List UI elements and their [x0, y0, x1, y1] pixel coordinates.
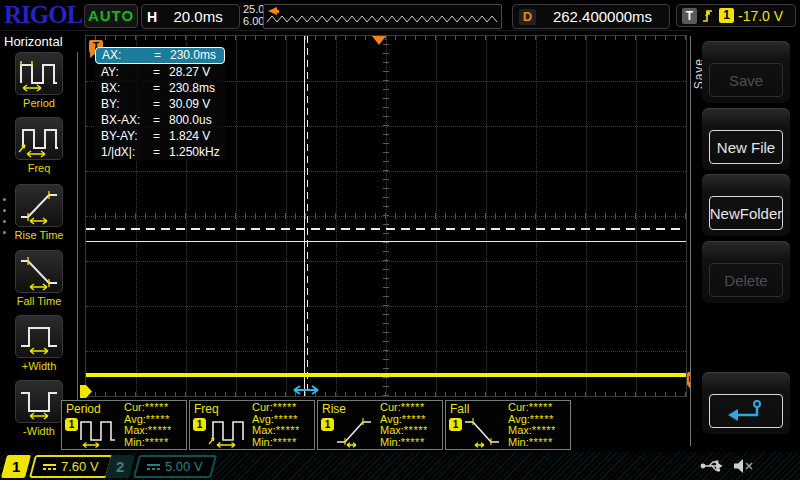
measure-item-label: +Width	[0, 360, 78, 372]
stat-box-fall: Fall 1 Cur:***** Avg:***** Max:***** Min…	[445, 400, 571, 450]
channel2-indicator[interactable]: 2 5.00 V	[108, 455, 214, 478]
cursor-readout-panel: AX: = 230.0ms AY: = 28.27 V BX: = 230.8m…	[95, 47, 225, 160]
period-stat-icon	[79, 414, 121, 448]
usb-icon	[700, 459, 726, 473]
cursor-ay-line[interactable]	[86, 241, 686, 242]
trigger-slope-icon	[701, 8, 715, 23]
preview-waveform-icon	[265, 6, 498, 28]
measure-item-label: Period	[0, 97, 78, 109]
oscilloscope-screen: RIGOL AUTO H 20.0ms 25.0MSa/s 6.00M pts …	[0, 0, 800, 480]
return-arrow-icon	[726, 399, 766, 423]
channel1-badge: 1	[1, 455, 31, 478]
channel1-ground-marker-icon[interactable]	[80, 385, 93, 398]
save-button: Save	[702, 41, 790, 103]
stat-box-freq: Freq 1 Cur:***** Avg:***** Max:***** Min…	[189, 400, 315, 450]
left-measure-menu: Horizontal Period Freq Ris	[0, 30, 80, 452]
page-indicator-dot	[3, 198, 6, 201]
channel2-scale: 5.00 V	[165, 459, 203, 474]
channel-badge: 1	[193, 418, 206, 431]
cursor-row-ax[interactable]: AX: = 230.0ms	[95, 47, 225, 64]
period-icon	[17, 55, 61, 93]
bottom-channel-bar: 1 7.60 V 2 5.00 V	[0, 452, 800, 480]
channel-badge: 1	[65, 418, 78, 431]
right-softkey-menu: Save Save New File NewFolder Delete	[690, 30, 800, 452]
measure-item-pos-width[interactable]: +Width	[0, 315, 78, 372]
dc-coupling-icon	[43, 463, 56, 471]
page-indicator-dot	[3, 231, 6, 234]
cursor-row-dy[interactable]: BY-AY: = 1.824 V	[95, 128, 225, 144]
dc-coupling-icon	[147, 463, 160, 471]
h-label: H	[147, 9, 157, 25]
cursor-row-dx[interactable]: BX-AX: = 800.0us	[95, 112, 225, 128]
trigger-source-badge: 1	[719, 8, 734, 23]
fall-stat-icon	[463, 414, 505, 448]
t-label: T	[682, 8, 697, 24]
rigol-logo: RIGOL	[4, 1, 82, 29]
speaker-muted-icon	[732, 458, 754, 474]
cursor-bx-line[interactable]	[307, 36, 308, 396]
left-menu-title: Horizontal	[4, 34, 63, 49]
freq-icon	[17, 120, 61, 158]
cursor-by-line[interactable]	[86, 228, 686, 230]
timebase-readout: H 20.0ms	[141, 4, 240, 29]
channel1-scale: 7.60 V	[61, 459, 99, 474]
waveform-preview	[263, 4, 502, 29]
cursor-row-by[interactable]: BY: = 30.09 V	[95, 96, 225, 112]
d-label: D	[519, 9, 536, 25]
delay-value: 262.400000ms	[536, 8, 669, 25]
graticule-ticks-vcenter	[383, 36, 389, 396]
trigger-position-marker-icon[interactable]	[372, 36, 386, 45]
measure-item-label: Fall Time	[0, 295, 78, 307]
timebase-value: 20.0ms	[157, 8, 239, 25]
run-status-badge: AUTO	[84, 4, 138, 28]
top-status-bar: RIGOL AUTO H 20.0ms 25.0MSa/s 6.00M pts …	[0, 0, 800, 31]
stat-box-period: Period 1 Cur:***** Avg:***** Max:***** M…	[61, 400, 187, 450]
new-folder-button[interactable]: NewFolder	[702, 174, 790, 236]
pos-width-icon	[17, 318, 61, 356]
delete-button: Delete	[702, 241, 790, 303]
channel1-waveform	[86, 373, 686, 377]
freq-stat-icon	[207, 414, 249, 448]
channel-badge: 1	[449, 418, 462, 431]
delay-readout: D 262.400000ms	[512, 4, 670, 29]
cursor-ax-line[interactable]	[304, 36, 305, 396]
new-file-button[interactable]: New File	[702, 108, 790, 170]
measure-item-rise-time[interactable]: Rise Time	[0, 184, 78, 241]
measure-item-label: Freq	[0, 162, 78, 174]
rise-stat-icon	[335, 414, 377, 448]
measure-item-fall-time[interactable]: Fall Time	[0, 250, 78, 307]
stat-box-rise: Rise 1 Cur:***** Avg:***** Max:***** Min…	[317, 400, 443, 450]
channel1-indicator[interactable]: 1 7.60 V	[4, 455, 110, 478]
channel2-badge: 2	[105, 455, 135, 478]
cursor-row-bx[interactable]: BX: = 230.8ms	[95, 80, 225, 96]
page-indicator-dot	[3, 209, 6, 212]
cursor-row-ay[interactable]: AY: = 28.27 V	[95, 64, 225, 80]
trigger-level-value: -17.0 V	[738, 8, 783, 24]
back-button[interactable]	[702, 372, 790, 434]
neg-width-icon	[17, 383, 61, 421]
measure-item-period[interactable]: Period	[0, 52, 78, 109]
trigger-readout: T 1 -17.0 V	[676, 4, 796, 27]
cursor-row-inv-dx[interactable]: 1/|dX|: = 1.250kHz	[95, 144, 225, 160]
page-indicator-dot	[3, 220, 6, 223]
fall-time-icon	[17, 253, 61, 291]
rise-time-icon	[17, 187, 61, 225]
channel-badge: 1	[321, 418, 334, 431]
menu-tab-line	[690, 36, 691, 446]
cursor-drag-arrow-icon[interactable]	[292, 384, 320, 396]
measure-item-freq[interactable]: Freq	[0, 117, 78, 174]
measure-item-label: Rise Time	[0, 229, 78, 241]
